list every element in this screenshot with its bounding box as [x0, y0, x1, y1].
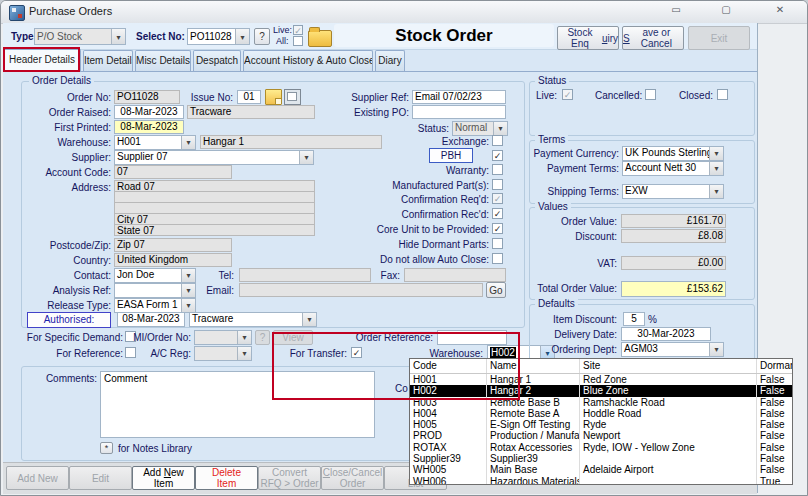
- status-closed-checkbox[interactable]: [717, 89, 728, 100]
- bottom-button-add-new-item[interactable]: Add NewItem: [132, 466, 195, 490]
- all-checkbox[interactable]: [293, 36, 303, 46]
- notes-library-button[interactable]: *: [100, 442, 113, 454]
- issue-no-field[interactable]: 01: [237, 90, 261, 104]
- warehouse-popup-row-rotax[interactable]: ROTAXRotax AccessoriesRyde, IOW - Yellow…: [410, 442, 792, 453]
- order-raised-label: Order Raised:: [19, 107, 111, 118]
- payment-currency-combo[interactable]: UK Pounds Sterling: [622, 146, 724, 161]
- order-raised-field[interactable]: 08-Mar-2023: [114, 105, 184, 119]
- first-printed-field[interactable]: 08-Mar-2023: [114, 120, 184, 134]
- order-no-label: Order No:: [19, 92, 111, 103]
- country-label: Country:: [19, 255, 111, 266]
- existing-po-field[interactable]: [412, 105, 506, 119]
- go-button[interactable]: Go: [486, 282, 506, 298]
- status-combo-arrow[interactable]: [493, 122, 507, 135]
- warehouse-popup-row-supplier39[interactable]: Supplier39Supplier39False: [410, 453, 792, 464]
- payment-currency-label: Payment Currency:: [529, 148, 619, 159]
- type-combo[interactable]: P/O Stock: [34, 28, 126, 45]
- supplier-ref-label: Supplier Ref:: [321, 92, 409, 103]
- shipping-terms-combo[interactable]: EXW: [622, 184, 724, 199]
- mi-order-no-combo[interactable]: [194, 330, 252, 345]
- close-button[interactable]: ✕: [767, 2, 793, 18]
- tel-label: Tel:: [206, 270, 234, 281]
- warehouse-popup-row-wh005[interactable]: WH005Main BaseAdelaide AirportFalse: [410, 464, 792, 475]
- status-closed-label: Closed:: [677, 90, 713, 101]
- status-cancelled-checkbox[interactable]: [645, 89, 656, 100]
- authorised-by-combo[interactable]: Tracware: [189, 312, 317, 327]
- ac-reg-combo[interactable]: [194, 346, 252, 361]
- status-combo[interactable]: Normal: [452, 121, 508, 136]
- email-field: [239, 283, 483, 297]
- authorised-button[interactable]: Authorised:: [27, 312, 111, 328]
- bottom-button-delete-item[interactable]: DeleteItem: [195, 466, 258, 490]
- payment-terms-combo-arrow[interactable]: [709, 162, 723, 175]
- copy-icon[interactable]: [284, 89, 301, 105]
- purchase-orders-window: Purchase Orders ▭ ▢ ✕ Type: P/O Stock Se…: [0, 0, 808, 496]
- bottom-button-close-cancel-order: Close/CancelOrder: [321, 466, 384, 490]
- mi-help-button: ?: [255, 330, 270, 345]
- analysis-ref-combo-arrow[interactable]: [181, 284, 195, 297]
- warehouse-popup-row-h004[interactable]: H004Remote Base AHoddle RoadFalse: [410, 408, 792, 419]
- analysis-ref-combo[interactable]: [114, 283, 196, 298]
- save-or-cancel-button[interactable]: Save or Cancel: [622, 26, 684, 50]
- supplier-combo-arrow[interactable]: [299, 151, 313, 164]
- select-help-button[interactable]: ?: [254, 28, 270, 45]
- tab-item-details[interactable]: Item Details: [83, 50, 133, 71]
- item-discount-field[interactable]: 5: [623, 312, 645, 326]
- contact-combo[interactable]: Jon Doe: [114, 268, 196, 283]
- raised-by-field: Tracware: [187, 105, 315, 119]
- flag-checkbox-warranty[interactable]: [492, 164, 503, 175]
- maximize-button[interactable]: ▢: [713, 2, 739, 18]
- warehouse-combo-arrow[interactable]: [181, 136, 195, 149]
- bottom-button-add-new: Add New: [6, 466, 69, 490]
- flag-checkbox-exchange[interactable]: [492, 135, 503, 146]
- mi-order-no-label: MI/Order No:: [129, 332, 191, 343]
- contact-combo-arrow[interactable]: [181, 269, 195, 282]
- postcode-label: Postcode/Zip:: [19, 240, 111, 251]
- terms-group-label: Terms: [535, 134, 568, 145]
- tab-account-history-auto-close[interactable]: Account History & Auto Close: [243, 50, 373, 71]
- flag-checkbox-hide-dormant-parts[interactable]: [492, 238, 503, 249]
- flag-checkbox-confirmation-rec-d[interactable]: ✓: [492, 208, 503, 219]
- folder-icon[interactable]: [308, 30, 332, 47]
- pbh-button[interactable]: PBH: [429, 148, 473, 163]
- warehouse-combo[interactable]: H001: [114, 135, 196, 150]
- authorised-by-combo-arrow[interactable]: [302, 313, 316, 326]
- warehouse-popup-row-h005[interactable]: H005E-Sign Off TestingRydeFalse: [410, 419, 792, 430]
- window-title: Purchase Orders: [29, 5, 112, 17]
- authorised-date-field[interactable]: 08-Mar-2023: [117, 312, 185, 327]
- flag-checkbox-pbh[interactable]: ✓: [492, 150, 503, 161]
- warehouse-popup-row-prod[interactable]: PRODProduction / ManufactuNewportFalse: [410, 430, 792, 441]
- payment-currency-combo-arrow[interactable]: [709, 147, 723, 160]
- supplier-combo[interactable]: Supplier 07: [114, 150, 314, 165]
- notes-icon[interactable]: [265, 89, 282, 105]
- select-no-combo[interactable]: PO11028: [187, 28, 250, 45]
- vat-field: £0.00: [621, 256, 726, 270]
- release-type-combo[interactable]: EASA Form 1: [114, 298, 196, 313]
- tab-diary[interactable]: Diary: [375, 50, 405, 71]
- ordering-dept-combo-arrow[interactable]: [709, 343, 723, 356]
- warehouse-popup-row-wh006[interactable]: WH006Hazardous MaterialsTrue: [410, 476, 792, 485]
- release-type-combo-arrow[interactable]: [181, 299, 195, 312]
- flag-checkbox-manufactured-part-s[interactable]: [492, 179, 503, 190]
- delivery-date-field[interactable]: 30-Mar-2023: [621, 327, 711, 341]
- live-checkbox: ✓: [293, 25, 303, 35]
- type-combo-arrow[interactable]: [111, 29, 125, 44]
- shipping-terms-combo-arrow[interactable]: [709, 185, 723, 198]
- tab-misc-details[interactable]: Misc Details: [135, 50, 191, 71]
- minimize-button[interactable]: ▭: [663, 2, 689, 18]
- tab-separator: [3, 71, 757, 72]
- flag-checkbox-core-unit-to-be-provided[interactable]: ✓: [492, 223, 503, 234]
- discount-field: £8.08: [621, 229, 726, 243]
- select-no-combo-arrow[interactable]: [235, 29, 249, 44]
- tab-despatch[interactable]: Despatch: [193, 50, 241, 71]
- email-label: Email:: [200, 285, 234, 296]
- mi-order-no-combo-arrow[interactable]: [237, 331, 251, 344]
- ac-reg-combo-arrow[interactable]: [237, 347, 251, 360]
- ordering-dept-combo[interactable]: AGM03: [621, 342, 724, 357]
- supplier-ref-field[interactable]: Email 07/02/23: [412, 90, 506, 104]
- payment-terms-combo[interactable]: Account Nett 30: [622, 161, 724, 176]
- fax-label: Fax:: [376, 270, 400, 281]
- flag-label-hide-dormant-parts: Hide Dormant Parts:: [331, 239, 489, 250]
- flag-checkbox-do-not-allow-auto-close[interactable]: [492, 253, 503, 264]
- stock-enquiry-button[interactable]: Stock Enquiry: [557, 26, 619, 50]
